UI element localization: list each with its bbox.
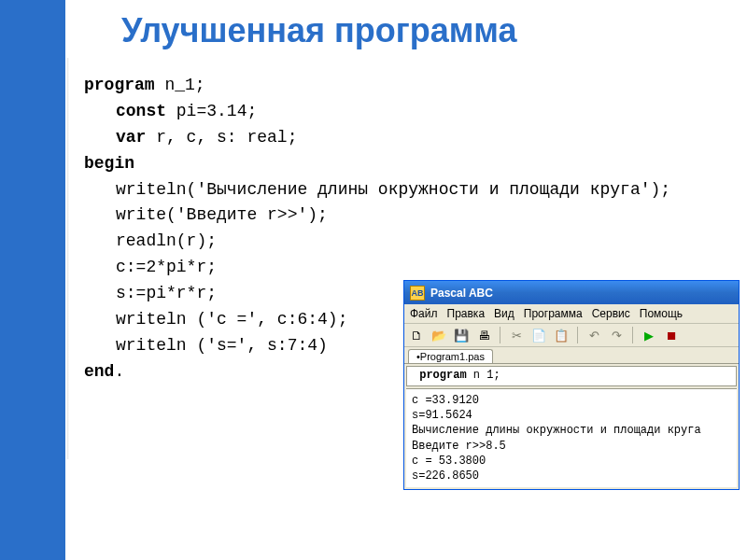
- editor-kw: program: [419, 369, 466, 382]
- pascal-abc-window: AB Pascal ABC Файл Правка Вид Программа …: [403, 280, 740, 490]
- stop-icon[interactable]: ⏹: [663, 327, 680, 343]
- editor-text: n 1;: [467, 369, 500, 382]
- open-icon[interactable]: 📂: [430, 327, 447, 343]
- code-text: writeln('Вычисление длины окружности и п…: [84, 177, 670, 203]
- kw-var: var: [116, 128, 146, 147]
- output-line: Введите r>>8.5: [412, 439, 731, 454]
- code-text: write('Введите r>>');: [84, 203, 670, 229]
- kw-begin: begin: [84, 154, 134, 173]
- paste-icon[interactable]: 📋: [553, 327, 570, 343]
- menu-bar: Файл Правка Вид Программа Сервис Помощь: [404, 304, 739, 324]
- tab-program1[interactable]: •Program1.pas: [408, 349, 493, 363]
- slide-title: Улучшенная программа: [121, 11, 517, 50]
- output-line: s=226.8650: [412, 469, 731, 483]
- cut-icon[interactable]: ✂: [508, 327, 525, 343]
- print-icon[interactable]: 🖶: [475, 327, 492, 343]
- code-editor[interactable]: program n 1;: [406, 366, 737, 386]
- run-icon[interactable]: ▶: [641, 327, 657, 343]
- slide-accent-bar: [0, 0, 65, 560]
- redo-icon[interactable]: ↷: [608, 327, 625, 343]
- kw-program: program: [84, 76, 155, 94]
- tab-bar: •Program1.pas: [404, 347, 739, 364]
- code-text: n_1;: [155, 76, 205, 94]
- code-text: r, c, s: real;: [146, 128, 297, 147]
- kw-const: const: [116, 102, 166, 120]
- code-text: readln(r);: [84, 229, 670, 255]
- output-line: c =33.9120: [412, 393, 731, 408]
- output-panel: c =33.9120 s=91.5624 Вычисление длины ок…: [406, 388, 737, 487]
- toolbar-separator: [632, 327, 633, 343]
- toolbar-separator: [500, 327, 500, 343]
- toolbar-separator: [577, 327, 578, 343]
- divider-shadow: [67, 58, 69, 459]
- kw-end: end: [84, 362, 114, 381]
- undo-icon[interactable]: ↶: [585, 327, 602, 343]
- app-icon: AB: [410, 286, 425, 301]
- menu-view[interactable]: Вид: [494, 307, 514, 320]
- output-line: s=91.5624: [412, 408, 731, 423]
- menu-edit[interactable]: Правка: [447, 307, 486, 320]
- new-icon[interactable]: 🗋: [408, 327, 425, 343]
- copy-icon[interactable]: 📄: [530, 327, 547, 343]
- code-text: c:=2*pi*r;: [84, 255, 670, 281]
- menu-file[interactable]: Файл: [410, 307, 438, 320]
- menu-service[interactable]: Сервис: [592, 307, 630, 320]
- output-line: Вычисление длины окружности и площади кр…: [412, 423, 731, 438]
- menu-help[interactable]: Помощь: [640, 307, 683, 320]
- code-text: .: [114, 362, 124, 381]
- code-text: pi=3.14;: [166, 102, 257, 120]
- output-line: c = 53.3800: [412, 454, 731, 469]
- window-titlebar[interactable]: AB Pascal ABC: [404, 280, 739, 304]
- toolbar: 🗋 📂 💾 🖶 ✂ 📄 📋 ↶ ↷ ▶ ⏹: [404, 324, 739, 347]
- menu-program[interactable]: Программа: [524, 307, 583, 320]
- window-title: Pascal ABC: [430, 287, 493, 300]
- save-icon[interactable]: 💾: [453, 327, 470, 343]
